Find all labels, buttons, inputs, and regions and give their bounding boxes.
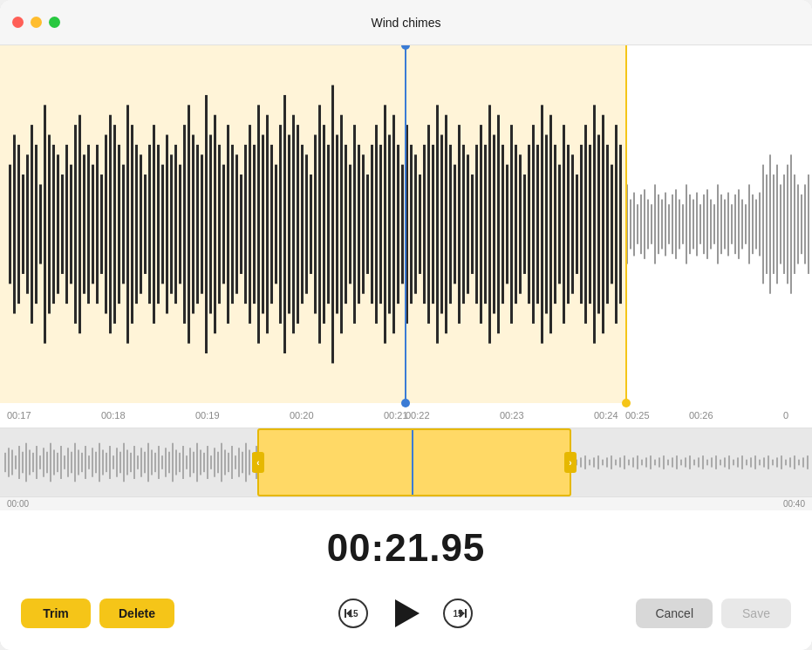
svg-rect-3 [22, 174, 24, 274]
svg-rect-162 [699, 204, 701, 244]
timeline-label-19: 00:19 [195, 410, 220, 421]
svg-rect-149 [654, 184, 656, 263]
svg-rect-231 [130, 453, 132, 472]
svg-rect-99 [440, 135, 443, 314]
svg-rect-123 [545, 135, 548, 314]
cancel-button[interactable]: Cancel [636, 599, 713, 628]
svg-rect-159 [689, 195, 691, 254]
svg-rect-86 [384, 105, 386, 343]
save-button[interactable]: Save [721, 599, 791, 628]
svg-rect-227 [116, 448, 118, 476]
controls-bar: Trim Delete 15 [0, 584, 812, 650]
svg-rect-178 [755, 200, 757, 250]
svg-rect-207 [46, 452, 48, 474]
svg-rect-57 [257, 105, 260, 343]
svg-rect-205 [39, 455, 41, 469]
svg-rect-156 [679, 200, 680, 250]
svg-rect-154 [672, 195, 673, 254]
svg-rect-254 [210, 455, 212, 469]
svg-rect-195 [4, 453, 6, 472]
svg-rect-130 [576, 174, 578, 274]
svg-rect-206 [43, 448, 44, 476]
svg-rect-248 [189, 448, 191, 476]
svg-rect-177 [752, 195, 754, 254]
svg-rect-67 [301, 145, 304, 304]
minimize-button[interactable] [31, 17, 42, 28]
svg-rect-246 [182, 446, 184, 479]
svg-rect-245 [179, 453, 181, 472]
svg-rect-61 [275, 165, 277, 284]
svg-rect-37 [170, 154, 173, 293]
svg-rect-217 [81, 453, 83, 472]
svg-rect-171 [731, 204, 733, 244]
svg-rect-97 [432, 145, 434, 304]
svg-rect-186 [783, 174, 785, 274]
svg-rect-19 [92, 165, 94, 284]
right-handle-arrow: › [569, 458, 571, 468]
svg-rect-261 [235, 455, 236, 469]
svg-rect-296 [689, 455, 691, 469]
svg-rect-18 [87, 145, 90, 304]
mini-timeline: 00:00 00:40 [0, 497, 812, 510]
svg-rect-151 [661, 200, 663, 250]
svg-rect-58 [262, 135, 264, 314]
svg-rect-286 [645, 457, 647, 467]
svg-rect-163 [703, 195, 705, 254]
svg-rect-64 [288, 135, 290, 314]
skip-back-button[interactable]: 15 [338, 598, 369, 629]
svg-rect-88 [392, 115, 395, 334]
svg-rect-213 [67, 448, 69, 476]
svg-rect-299 [702, 455, 704, 469]
svg-rect-281 [624, 455, 625, 469]
svg-rect-297 [693, 460, 695, 466]
svg-rect-54 [244, 145, 247, 304]
svg-rect-211 [60, 446, 62, 479]
svg-rect-119 [528, 145, 530, 304]
mini-selection-left-handle[interactable]: ‹ [252, 452, 264, 473]
play-button[interactable] [386, 594, 425, 633]
svg-rect-87 [388, 135, 391, 314]
svg-rect-314 [768, 455, 769, 469]
svg-rect-167 [717, 184, 719, 263]
main-waveform-area[interactable]: // bars rendered inline below [0, 45, 812, 428]
svg-rect-112 [497, 115, 500, 334]
svg-rect-62 [279, 125, 282, 324]
trim-button[interactable]: Trim [21, 599, 91, 628]
svg-rect-181 [766, 174, 768, 274]
delete-button[interactable]: Delete [99, 599, 174, 628]
mini-selection-region[interactable]: ‹ › [257, 428, 571, 496]
svg-rect-0 [9, 165, 11, 284]
main-content: // bars rendered inline below [0, 45, 812, 650]
svg-rect-249 [193, 452, 194, 474]
playhead[interactable] [405, 45, 406, 403]
svg-rect-278 [611, 455, 612, 469]
svg-rect-204 [36, 446, 38, 479]
svg-rect-293 [676, 455, 678, 469]
mini-playhead[interactable] [412, 430, 413, 495]
svg-rect-82 [366, 174, 369, 274]
svg-rect-140 [619, 145, 622, 304]
svg-rect-317 [781, 455, 782, 469]
svg-rect-65 [292, 115, 295, 334]
svg-rect-193 [808, 174, 809, 274]
svg-rect-257 [221, 443, 222, 482]
svg-rect-60 [270, 145, 273, 304]
svg-rect-75 [336, 135, 338, 314]
svg-rect-183 [773, 174, 774, 274]
svg-rect-66 [297, 125, 299, 324]
svg-rect-236 [147, 443, 149, 482]
maximize-button[interactable] [49, 17, 60, 28]
trim-marker[interactable] [625, 45, 627, 403]
svg-rect-279 [615, 460, 617, 466]
svg-rect-9 [48, 135, 51, 314]
timeline-labels: 00:17 00:18 00:19 00:20 00:21 00:22 00:2… [0, 403, 812, 428]
skip-forward-button[interactable]: 15 [442, 598, 474, 629]
mini-waveform-container[interactable]: ‹ › [0, 428, 812, 497]
svg-rect-50 [227, 125, 229, 324]
svg-rect-34 [157, 145, 160, 304]
close-button[interactable] [12, 17, 24, 28]
svg-rect-301 [711, 457, 713, 467]
bottom-section: ‹ › 00:00 00:40 00:21.95 [0, 428, 812, 650]
mini-selection-right-handle[interactable]: › [564, 452, 577, 473]
svg-rect-182 [769, 154, 771, 293]
